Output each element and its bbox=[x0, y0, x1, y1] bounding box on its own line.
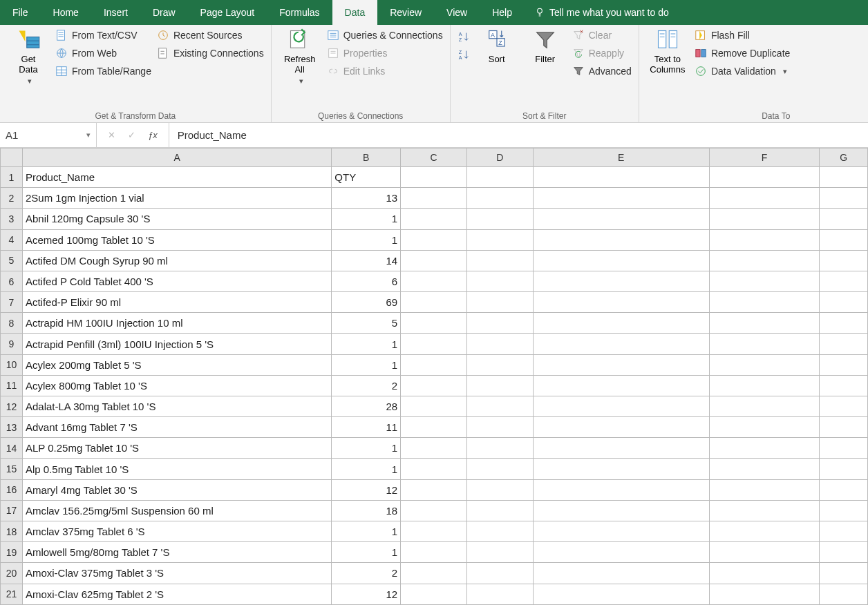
cell-D14[interactable] bbox=[466, 438, 533, 459]
cell-E18[interactable] bbox=[533, 521, 709, 541]
cell-F20[interactable] bbox=[709, 563, 819, 584]
cell-F5[interactable] bbox=[709, 250, 819, 271]
row-header-21[interactable]: 21 bbox=[1, 584, 23, 605]
select-all-corner[interactable] bbox=[1, 148, 23, 167]
cell-G10[interactable] bbox=[820, 354, 868, 375]
cell-B16[interactable]: 12 bbox=[332, 479, 401, 500]
cell-B1[interactable]: QTY bbox=[332, 167, 401, 188]
cell-C13[interactable] bbox=[401, 417, 467, 438]
edit-links-button[interactable]: Edit Links bbox=[327, 65, 443, 77]
tab-data[interactable]: Data bbox=[332, 0, 378, 25]
cell-D11[interactable] bbox=[466, 375, 533, 396]
cell-B3[interactable]: 1 bbox=[332, 209, 401, 229]
cell-C10[interactable] bbox=[401, 354, 467, 375]
cell-A14[interactable]: ALP 0.25mg Tablet 10 'S bbox=[22, 438, 331, 459]
cell-D8[interactable] bbox=[466, 313, 533, 334]
row-header-11[interactable]: 11 bbox=[1, 375, 23, 396]
cell-E6[interactable] bbox=[533, 271, 709, 291]
cell-D17[interactable] bbox=[466, 500, 533, 521]
cell-A19[interactable]: Amlowell 5mg/80mg Tablet 7 'S bbox=[22, 542, 331, 563]
cell-F19[interactable] bbox=[709, 542, 819, 563]
cell-G21[interactable] bbox=[820, 584, 868, 605]
cell-C7[interactable] bbox=[401, 292, 467, 313]
cell-F15[interactable] bbox=[709, 459, 819, 479]
cell-D6[interactable] bbox=[466, 271, 533, 291]
row-header-10[interactable]: 10 bbox=[1, 354, 23, 375]
row-header-9[interactable]: 9 bbox=[1, 334, 23, 354]
cell-B19[interactable]: 1 bbox=[332, 542, 401, 563]
cell-F18[interactable] bbox=[709, 521, 819, 541]
from-text-csv-button[interactable]: From Text/CSV bbox=[55, 29, 151, 41]
cancel-formula-icon[interactable]: ✕ bbox=[108, 130, 115, 140]
cell-B13[interactable]: 11 bbox=[332, 417, 401, 438]
cell-D2[interactable] bbox=[466, 188, 533, 209]
cell-E10[interactable] bbox=[533, 354, 709, 375]
cell-C18[interactable] bbox=[401, 521, 467, 541]
cell-G11[interactable] bbox=[820, 375, 868, 396]
cell-D18[interactable] bbox=[466, 521, 533, 541]
cell-E4[interactable] bbox=[533, 229, 709, 250]
cell-A15[interactable]: Alp 0.5mg Tablet 10 'S bbox=[22, 459, 331, 479]
cell-A18[interactable]: Amclav 375mg Tablet 6 'S bbox=[22, 521, 331, 541]
cell-G7[interactable] bbox=[820, 292, 868, 313]
cell-C11[interactable] bbox=[401, 375, 467, 396]
cell-D3[interactable] bbox=[466, 209, 533, 229]
cell-A12[interactable]: Adalat-LA 30mg Tablet 10 'S bbox=[22, 396, 331, 416]
cell-F7[interactable] bbox=[709, 292, 819, 313]
cell-B4[interactable]: 1 bbox=[332, 229, 401, 250]
row-header-18[interactable]: 18 bbox=[1, 521, 23, 541]
cell-G20[interactable] bbox=[820, 563, 868, 584]
cell-B11[interactable]: 2 bbox=[332, 375, 401, 396]
cell-G8[interactable] bbox=[820, 313, 868, 334]
cell-C20[interactable] bbox=[401, 563, 467, 584]
cell-B14[interactable]: 1 bbox=[332, 438, 401, 459]
row-header-15[interactable]: 15 bbox=[1, 459, 23, 479]
cell-G16[interactable] bbox=[820, 479, 868, 500]
cell-B20[interactable]: 2 bbox=[332, 563, 401, 584]
cell-E13[interactable] bbox=[533, 417, 709, 438]
cell-D15[interactable] bbox=[466, 459, 533, 479]
filter-button[interactable]: Filter bbox=[524, 28, 567, 64]
cell-E12[interactable] bbox=[533, 396, 709, 416]
cell-D5[interactable] bbox=[466, 250, 533, 271]
tab-view[interactable]: View bbox=[434, 0, 480, 25]
cell-G5[interactable] bbox=[820, 250, 868, 271]
cell-B10[interactable]: 1 bbox=[332, 354, 401, 375]
fx-icon[interactable]: ƒx bbox=[148, 130, 158, 140]
existing-connections-button[interactable]: Existing Connections bbox=[157, 47, 264, 59]
recent-sources-button[interactable]: Recent Sources bbox=[157, 29, 264, 41]
cell-C15[interactable] bbox=[401, 459, 467, 479]
tell-me-search[interactable]: Tell me what you want to do bbox=[525, 0, 679, 25]
cell-C9[interactable] bbox=[401, 334, 467, 354]
text-to-columns-button[interactable]: Text to Columns bbox=[646, 28, 689, 75]
cell-B2[interactable]: 13 bbox=[332, 188, 401, 209]
col-header-D[interactable]: D bbox=[466, 148, 533, 167]
cell-A6[interactable]: Actifed P Cold Tablet 400 'S bbox=[22, 271, 331, 291]
row-header-2[interactable]: 2 bbox=[1, 188, 23, 209]
cell-E9[interactable] bbox=[533, 334, 709, 354]
col-header-C[interactable]: C bbox=[401, 148, 467, 167]
row-header-19[interactable]: 19 bbox=[1, 542, 23, 563]
cell-E8[interactable] bbox=[533, 313, 709, 334]
row-header-13[interactable]: 13 bbox=[1, 417, 23, 438]
cell-F13[interactable] bbox=[709, 417, 819, 438]
cell-B18[interactable]: 1 bbox=[332, 521, 401, 541]
tab-formulas[interactable]: Formulas bbox=[267, 0, 332, 25]
cell-C19[interactable] bbox=[401, 542, 467, 563]
cell-F8[interactable] bbox=[709, 313, 819, 334]
cell-F4[interactable] bbox=[709, 229, 819, 250]
cell-D7[interactable] bbox=[466, 292, 533, 313]
row-header-8[interactable]: 8 bbox=[1, 313, 23, 334]
cell-F16[interactable] bbox=[709, 479, 819, 500]
cell-G1[interactable] bbox=[820, 167, 868, 188]
cell-A4[interactable]: Acemed 100mg Tablet 10 'S bbox=[22, 229, 331, 250]
cell-F3[interactable] bbox=[709, 209, 819, 229]
tab-page-layout[interactable]: Page Layout bbox=[188, 0, 267, 25]
cell-B12[interactable]: 28 bbox=[332, 396, 401, 416]
cell-F6[interactable] bbox=[709, 271, 819, 291]
cell-E21[interactable] bbox=[533, 584, 709, 605]
cell-E7[interactable] bbox=[533, 292, 709, 313]
cell-C6[interactable] bbox=[401, 271, 467, 291]
cell-G9[interactable] bbox=[820, 334, 868, 354]
cell-D19[interactable] bbox=[466, 542, 533, 563]
